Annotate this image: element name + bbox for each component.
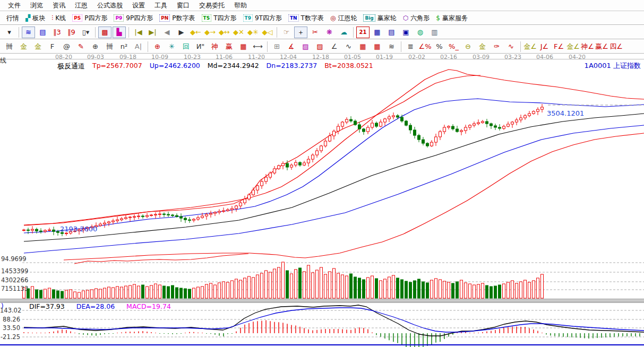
volume-axis-label: 7151133: [1, 285, 28, 292]
macd-axis-label: 88.26: [0, 316, 20, 323]
date-tick-08-20: 08-20: [55, 54, 72, 60]
symbol-label: 1A0001 上证指数: [585, 61, 641, 71]
macd-value: DIF=37.93: [29, 302, 65, 310]
date-tick-04-06: 04-06: [536, 54, 553, 60]
indicator-value: Tp=2567.7007: [92, 62, 142, 70]
trading-app-window: 文件浏览资讯江恩公式选股设置工具窗口交易委托帮助 行情▞板块⫶K线PSP四方形P…: [0, 0, 644, 347]
indicator-name: 极反通道: [57, 62, 85, 71]
date-tick-01-19: 01-19: [376, 54, 393, 60]
date-tick-09-18: 09-18: [119, 54, 136, 60]
indicator-value: Dn=2183.2737: [267, 62, 317, 70]
macd-axis-label: 143.02: [0, 307, 20, 314]
date-tick-12-18: 12-18: [312, 54, 329, 60]
indicator-value: Md=2344.2942: [208, 62, 259, 70]
date-tick-02-16: 02-16: [440, 54, 457, 60]
bottom-pane-border: [0, 344, 644, 345]
volume-axis-label: 4302266: [1, 276, 28, 284]
date-tick-04-20: 04-20: [569, 54, 586, 60]
volume-axis-label: 94.9699: [1, 255, 27, 263]
date-tick-10-09: 10-09: [151, 54, 168, 60]
date-tick-11-06: 11-06: [216, 54, 233, 60]
macd-header: DIF=37.93DEA=28.06MACD=19.74: [29, 302, 171, 310]
macd-value: MACD=19.74: [126, 302, 171, 310]
kline-chart-canvas[interactable]: [0, 0, 644, 347]
date-tick-12-04: 12-04: [280, 54, 297, 60]
date-tick-09-03: 09-03: [87, 54, 104, 60]
date-tick-03-09: 03-09: [473, 54, 490, 60]
date-tick-01-05: 01-05: [344, 54, 361, 60]
date-tick-11-20: 11-20: [248, 54, 265, 60]
indicator-value: Up=2462.6200: [150, 62, 200, 70]
volume-axis-label: 1453399: [1, 267, 28, 275]
date-tick-10-23: 10-23: [184, 54, 201, 60]
macd-axis-label: -21.25: [0, 333, 20, 341]
macd-axis-label: 33.50: [0, 324, 20, 332]
indicator-value: Bt=2038.0521: [324, 62, 373, 70]
last-price-label: 3504.1201: [547, 109, 584, 117]
macd-value: DEA=28.06: [76, 302, 115, 310]
indicator-values: Tp=2567.7007Up=2462.6200Md=2344.2942Dn=2…: [92, 62, 381, 71]
date-tick-02-02: 02-02: [408, 54, 425, 60]
start-price-label: 2193.2600: [60, 225, 97, 233]
indicator-header: 极反通道 Tp=2567.7007Up=2462.6200Md=2344.294…: [57, 62, 381, 71]
clipped-left-tab-label: 线: [0, 56, 6, 65]
date-tick-03-23: 03-23: [504, 54, 521, 60]
